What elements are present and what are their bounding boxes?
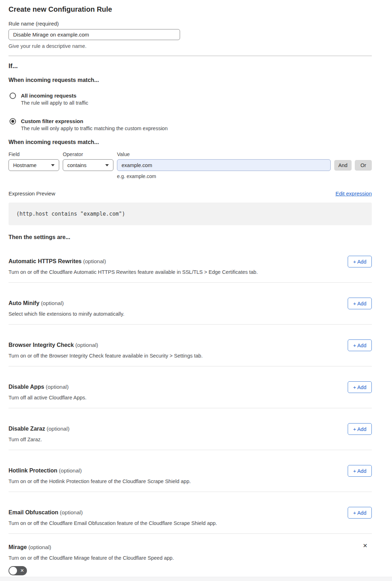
setting-title: Hotlink Protection (optional)	[9, 467, 372, 474]
add-button[interactable]: + Add	[348, 381, 372, 393]
radio-option-custom-filter-expression[interactable]: Custom filter expression The rule will o…	[10, 118, 372, 132]
toggle-knob	[9, 567, 17, 575]
radio-texts: Custom filter expression The rule will o…	[21, 118, 168, 132]
setting-section: Email Obfuscation (optional) Turn on or …	[9, 492, 372, 534]
chevron-down-icon	[105, 164, 109, 166]
setting-optional-tag: (optional)	[41, 300, 64, 306]
setting-name: Hotlink Protection	[9, 467, 57, 474]
setting-name: Browser Integrity Check	[9, 342, 74, 348]
expression-preview-code: (http.host contains "example.com")	[9, 203, 372, 225]
value-label: Value	[117, 151, 372, 157]
setting-optional-tag: (optional)	[59, 467, 82, 474]
condition-row: Hostname contains And Or	[9, 159, 372, 171]
setting-description: Turn off Zaraz.	[9, 436, 372, 443]
mirage-toggle-off[interactable]: ✕	[9, 566, 27, 575]
setting-title: Disable Zaraz (optional)	[9, 425, 372, 432]
setting-section: Browser Integrity Check (optional) Turn …	[9, 325, 372, 366]
setting-section: Auto Minify (optional) Select which file…	[9, 283, 372, 325]
expression-preview-label: Expression Preview	[9, 190, 55, 197]
radio-description: The rule will only apply to traffic matc…	[21, 125, 168, 132]
field-select[interactable]: Hostname	[9, 159, 59, 171]
setting-optional-tag: (optional)	[60, 509, 83, 515]
setting-optional-tag: (optional)	[28, 544, 51, 550]
setting-section: Disable Zaraz (optional) Turn off Zaraz.…	[9, 408, 372, 450]
add-button[interactable]: + Add	[348, 339, 372, 351]
setting-name: Mirage	[9, 544, 27, 550]
operator-label: Operator	[63, 151, 117, 157]
setting-name: Disable Zaraz	[9, 426, 45, 432]
setting-optional-tag: (optional)	[83, 258, 106, 264]
operator-select[interactable]: contains	[63, 159, 113, 171]
setting-optional-tag: (optional)	[46, 384, 69, 390]
setting-optional-tag: (optional)	[46, 426, 69, 432]
and-button[interactable]: And	[334, 160, 352, 171]
radio-option-all-incoming-requests[interactable]: All incoming requests The rule will appl…	[10, 92, 372, 106]
radio-selected-icon[interactable]	[10, 118, 16, 124]
expression-builder-heading: When incoming requests match...	[9, 139, 372, 146]
setting-title: Disable Apps (optional)	[9, 383, 372, 391]
toggle-x-icon: ✕	[20, 568, 24, 573]
setting-section: Hotlink Protection (optional) Turn on or…	[9, 450, 372, 492]
section-divider	[9, 56, 372, 56]
setting-description: Turn off all active Cloudflare Apps.	[9, 394, 372, 401]
then-settings-heading: Then the settings are...	[9, 234, 372, 241]
add-button[interactable]: + Add	[348, 465, 372, 477]
radio-description: The rule will apply to all traffic	[21, 100, 88, 106]
rule-name-input[interactable]	[9, 29, 180, 40]
setting-title: Email Obfuscation (optional)	[9, 509, 372, 516]
add-button[interactable]: + Add	[348, 423, 372, 435]
chevron-down-icon	[51, 164, 55, 166]
radio-unselected-icon[interactable]	[10, 93, 16, 99]
radio-label: All incoming requests	[21, 92, 88, 99]
rule-name-helper: Give your rule a descriptive name.	[9, 43, 372, 49]
value-input[interactable]	[117, 159, 331, 171]
condition-labels-row: Field Operator Value	[9, 151, 372, 157]
value-helper: e.g. example.com	[117, 173, 372, 179]
operator-select-value: contains	[67, 162, 86, 168]
setting-optional-tag: (optional)	[75, 342, 98, 348]
setting-title: Automatic HTTPS Rewrites (optional)	[9, 258, 372, 265]
setting-name: Auto Minify	[9, 300, 39, 306]
setting-description: Turn on or off the Browser Integrity Che…	[9, 353, 372, 359]
radio-texts: All incoming requests The rule will appl…	[21, 92, 88, 106]
create-configuration-rule-page: Create new Configuration Rule Rule name …	[0, 5, 392, 581]
setting-name: Automatic HTTPS Rewrites	[9, 258, 82, 264]
close-icon[interactable]: ✕	[363, 543, 368, 549]
setting-title: Browser Integrity Check (optional)	[9, 342, 372, 349]
setting-section: Disable Apps (optional) Turn off all act…	[9, 366, 372, 408]
rule-name-label: Rule name (required)	[9, 21, 372, 27]
setting-name: Disable Apps	[9, 384, 44, 390]
setting-title: Auto Minify (optional)	[9, 300, 372, 307]
if-heading: If...	[9, 62, 372, 70]
setting-title: Mirage (optional)	[9, 544, 372, 551]
setting-description: Select which file extensions to minify a…	[9, 311, 372, 317]
setting-section: Automatic HTTPS Rewrites (optional) Turn…	[9, 241, 372, 283]
setting-description: Turn on or off the Hotlink Protection fe…	[9, 478, 372, 485]
match-heading: When incoming requests match...	[9, 77, 372, 84]
page-title: Create new Configuration Rule	[9, 5, 372, 13]
add-button[interactable]: + Add	[348, 256, 372, 267]
setting-description: Turn on or off the Cloudflare Email Obfu…	[9, 520, 372, 526]
radio-label: Custom filter expression	[21, 118, 168, 124]
page-bottom-strip	[0, 577, 392, 581]
setting-name: Email Obfuscation	[9, 509, 58, 515]
settings-list: Automatic HTTPS Rewrites (optional) Turn…	[9, 241, 372, 534]
add-button[interactable]: + Add	[348, 507, 372, 519]
edit-expression-link[interactable]: Edit expression	[335, 190, 372, 197]
setting-section-mirage: Mirage (optional) ✕ Turn on or off the C…	[9, 534, 372, 581]
setting-description: Turn on or off the Cloudflare Automatic …	[9, 269, 372, 275]
or-button[interactable]: Or	[355, 160, 372, 171]
field-select-value: Hostname	[13, 162, 37, 168]
field-label: Field	[9, 151, 63, 157]
expression-preview-row: Expression Preview Edit expression	[9, 190, 372, 197]
setting-description: Turn on or off the Cloudflare Mirage fea…	[9, 555, 372, 561]
add-button[interactable]: + Add	[348, 298, 372, 309]
